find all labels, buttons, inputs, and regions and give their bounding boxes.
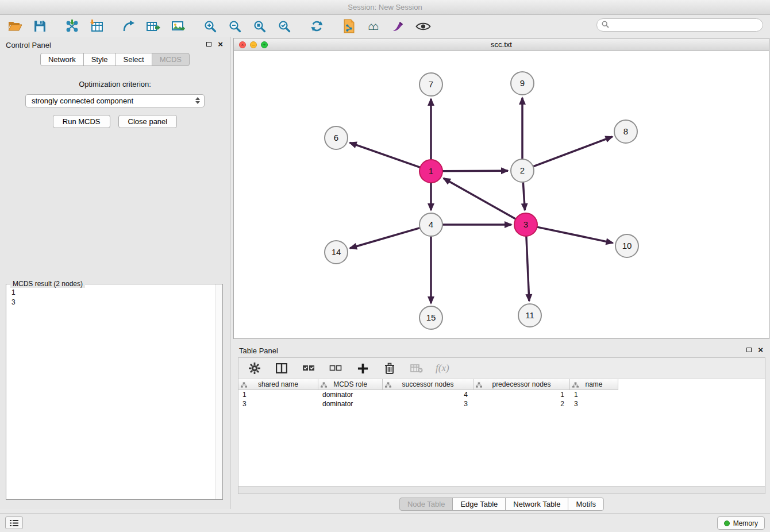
zoom-in-icon[interactable] [202, 18, 218, 34]
delete-row-icon[interactable] [382, 360, 398, 376]
refresh-layout-icon[interactable] [309, 18, 325, 34]
node-table-frame: f(x) shared nameMCDS rolesuccessor nodes… [238, 357, 765, 494]
graph-node-3[interactable]: 3 [514, 213, 537, 236]
control-panel: Control Panel × NetworkStyleSelectMCDS O… [0, 37, 230, 509]
result-scrollbar[interactable] [215, 284, 222, 499]
table-tab-motifs[interactable]: Motifs [568, 498, 604, 511]
column-label: name [585, 380, 602, 388]
table-tab-node-table[interactable]: Node Table [399, 498, 453, 511]
table-cell: 3 [238, 399, 318, 408]
maximize-window-icon[interactable]: + [261, 41, 268, 48]
float-panel-icon[interactable] [206, 42, 211, 47]
mcds-result-box: MCDS result (2 nodes) 13 [6, 284, 223, 500]
run-mcds-button[interactable]: Run MCDS [53, 115, 110, 128]
column-header-MCDS-role[interactable]: MCDS role [318, 379, 383, 390]
zoom-fit-icon[interactable] [252, 18, 268, 34]
open-session-icon[interactable] [7, 18, 23, 34]
table-cell: dominator [318, 399, 383, 408]
export-table-icon[interactable] [145, 18, 161, 34]
table-row[interactable]: 3dominator323 [238, 399, 765, 408]
save-session-icon[interactable] [32, 18, 48, 34]
houses-icon[interactable]: ⌂⌂ [365, 18, 382, 34]
eye-icon[interactable] [415, 18, 431, 34]
search-box[interactable] [596, 18, 763, 32]
table-tab-network-table[interactable]: Network Table [505, 498, 568, 511]
column-header-predecessor-nodes[interactable]: predecessor nodes [473, 379, 570, 390]
add-row-icon[interactable] [355, 360, 371, 376]
column-label: predecessor nodes [492, 380, 550, 388]
select-all-icon[interactable] [301, 360, 317, 376]
graph-node-label: 7 [429, 79, 433, 89]
column-header-successor-nodes[interactable]: successor nodes [383, 379, 473, 390]
memory-button[interactable]: Memory [717, 516, 765, 530]
column-label: successor nodes [402, 380, 453, 388]
graph-node-label: 1 [429, 166, 433, 176]
table-cell: 1 [570, 390, 618, 399]
control-panel-tabs: NetworkStyleSelectMCDS [0, 53, 230, 66]
brush-icon[interactable] [390, 18, 406, 34]
unselect-all-icon[interactable] [328, 360, 344, 376]
graph-node-9[interactable]: 9 [511, 72, 534, 95]
memory-label: Memory [733, 519, 758, 527]
close-panel-button[interactable]: Close panel [118, 115, 178, 128]
graph-node-label: 11 [525, 310, 534, 320]
task-history-button[interactable] [5, 516, 23, 529]
graph-node-7[interactable]: 7 [419, 73, 442, 96]
graph-node-label: 4 [429, 219, 433, 229]
table-horizontal-scrollbar[interactable] [238, 486, 765, 494]
graph-edge-4-14 [350, 228, 420, 248]
show-columns-icon[interactable] [274, 360, 290, 376]
gear-icon[interactable] [247, 360, 263, 376]
column-type-icon [241, 381, 247, 390]
graph-node-11[interactable]: 11 [518, 304, 541, 327]
export-network-icon[interactable] [121, 18, 137, 34]
graph-node-1[interactable]: 1 [419, 160, 442, 183]
close-panel-icon[interactable]: × [218, 41, 223, 48]
export-image-icon[interactable] [170, 18, 186, 34]
graph-node-label: 9 [520, 78, 525, 88]
criterion-dropdown[interactable]: strongly connected component [25, 94, 205, 107]
graph-node-label: 10 [622, 241, 632, 250]
graph-node-2[interactable]: 2 [511, 159, 534, 182]
control-tab-select[interactable]: Select [116, 53, 152, 66]
graph-node-15[interactable]: 15 [419, 306, 442, 329]
delete-table-icon[interactable] [409, 360, 425, 376]
graph-edge-3-1 [444, 178, 516, 219]
table-panel: Table Panel × [233, 342, 770, 509]
search-input[interactable] [612, 20, 763, 30]
network-file-icon[interactable] [341, 18, 357, 34]
network-window-titlebar[interactable]: × – + scc.txt [234, 38, 769, 51]
graph-node-6[interactable]: 6 [325, 126, 348, 149]
import-network-icon[interactable] [64, 18, 80, 34]
zoom-selected-icon[interactable] [276, 18, 292, 34]
float-table-panel-icon[interactable] [746, 348, 752, 352]
column-type-icon [321, 381, 327, 390]
table-cell: 1 [473, 390, 570, 399]
close-table-panel-icon[interactable]: × [758, 346, 763, 353]
control-tab-style[interactable]: Style [83, 53, 116, 66]
graph-node-8[interactable]: 8 [614, 120, 637, 143]
search-icon [602, 20, 609, 30]
graph-edge-3-11 [526, 236, 529, 301]
graph-node-4[interactable]: 4 [419, 213, 442, 236]
memory-status-icon [724, 521, 730, 526]
column-header-name[interactable]: name [570, 379, 618, 390]
column-type-icon [385, 381, 391, 390]
zoom-out-icon[interactable] [227, 18, 243, 34]
result-line: 1 [11, 288, 217, 298]
minimize-window-icon[interactable]: – [250, 41, 257, 48]
import-table-icon[interactable] [88, 18, 105, 34]
table-row[interactable]: 1dominator411 [238, 390, 765, 399]
table-body: 1dominator4113dominator323 [238, 390, 765, 486]
network-canvas[interactable]: 7968124314101511 [234, 51, 769, 338]
control-tab-mcds[interactable]: MCDS [152, 53, 190, 66]
close-window-icon[interactable]: × [239, 41, 246, 48]
graph-node-14[interactable]: 14 [325, 241, 348, 264]
column-header-shared-name[interactable]: shared name [238, 379, 318, 390]
table-tabs: Node TableEdge TableNetwork TableMotifs [233, 498, 770, 511]
table-tab-edge-table[interactable]: Edge Table [452, 498, 506, 511]
control-tab-network[interactable]: Network [40, 53, 84, 66]
graph-node-10[interactable]: 10 [615, 234, 638, 257]
graph-edge-3-10 [537, 227, 613, 243]
function-builder-icon[interactable]: f(x) [436, 360, 449, 376]
